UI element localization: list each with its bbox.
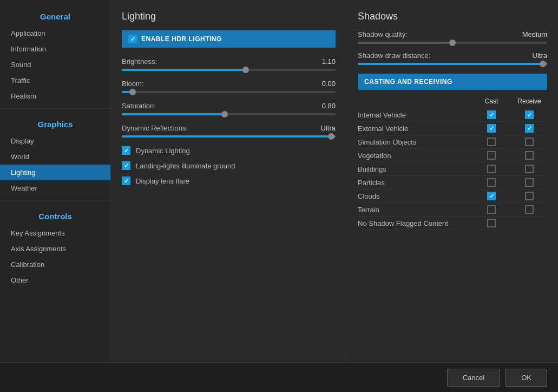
cast-checkbox-1[interactable]: ✓: [487, 124, 496, 133]
sidebar-item-weather[interactable]: Weather: [0, 180, 110, 196]
ok-button[interactable]: OK: [506, 369, 547, 387]
shadow-quality-slider[interactable]: [358, 42, 547, 44]
shadow-row-label-4: Buildings: [358, 165, 478, 173]
cast-checkbox-0[interactable]: ✓: [487, 110, 496, 119]
brightness-thumb[interactable]: [242, 67, 249, 73]
receive-header-label: Receive: [516, 97, 543, 105]
receive-cb-2[interactable]: [516, 138, 543, 146]
shadow-draw-slider[interactable]: [358, 63, 547, 65]
sidebar-item-display[interactable]: Display: [0, 133, 110, 149]
lighting-panel: Lighting ✓ ENABLE HDR LIGHTING Brightnes…: [111, 0, 347, 362]
sidebar-item-other[interactable]: Other: [0, 272, 110, 288]
cast-checkbox-6[interactable]: ✓: [487, 192, 496, 200]
sidebar-item-traffic[interactable]: Traffic: [0, 73, 110, 88]
dynamic-reflections-label: Dynamic Reflections:: [122, 124, 188, 132]
cast-checkbox-2[interactable]: [487, 138, 496, 146]
sidebar-item-calibration[interactable]: Calibration: [0, 257, 110, 272]
cast-cb-0[interactable]: ✓: [478, 110, 505, 119]
receive-cb-8[interactable]: [516, 219, 543, 227]
bloom-slider[interactable]: [122, 91, 336, 93]
sidebar-item-realism[interactable]: Realism: [0, 88, 110, 104]
sidebar: General Application Information Sound Tr…: [0, 0, 111, 362]
receive-cb-1[interactable]: ✓: [516, 124, 543, 133]
bloom-header: Bloom: 0.00: [122, 80, 336, 88]
receive-cb-7[interactable]: [516, 205, 543, 214]
shadow-row-clouds: Clouds ✓: [358, 190, 547, 203]
graphics-section-title: Graphics: [0, 113, 110, 133]
shadow-row-cbs-5: [478, 178, 547, 187]
sidebar-item-world[interactable]: World: [0, 149, 110, 165]
dynamic-lighting-checkmark: ✓: [124, 147, 129, 154]
receive-checkbox-3[interactable]: [525, 151, 534, 160]
footer: Cancel OK: [0, 362, 558, 392]
bloom-thumb[interactable]: [129, 89, 136, 95]
sidebar-item-information[interactable]: Information: [0, 41, 110, 57]
sidebar-item-application[interactable]: Application: [0, 25, 110, 41]
sidebar-item-axis-assignments[interactable]: Axis Assignments: [0, 241, 110, 257]
sidebar-item-sound[interactable]: Sound: [0, 57, 110, 73]
receive-cb-6[interactable]: [516, 192, 543, 200]
cast-header-label: Cast: [478, 97, 505, 105]
cast-checkbox-4[interactable]: [487, 165, 496, 173]
shadows-panel: Shadows Shadow quality: Medium Shadow dr…: [347, 0, 558, 362]
cast-cb-3[interactable]: [478, 151, 505, 160]
shadow-row-label-3: Vegetation: [358, 152, 478, 160]
receive-cb-4[interactable]: [516, 165, 543, 173]
shadow-quality-fill: [358, 42, 452, 44]
shadow-row-cbs-8: [478, 219, 547, 227]
receive-checkbox-1[interactable]: ✓: [525, 124, 534, 133]
receive-cb-3[interactable]: [516, 151, 543, 160]
cancel-button[interactable]: Cancel: [447, 369, 500, 387]
main-content: General Application Information Sound Tr…: [0, 0, 558, 362]
receive-checkbox-4[interactable]: [525, 165, 534, 173]
cast-checkbox-3[interactable]: [487, 151, 496, 160]
casting-bar: CASTING AND RECEIVING: [358, 74, 547, 90]
shadow-row-no-shadow-flagged: No Shadow Flagged Content: [358, 217, 547, 230]
dynamic-reflections-slider[interactable]: [122, 135, 336, 138]
receive-checkbox-6[interactable]: [525, 192, 534, 200]
saturation-slider[interactable]: [122, 113, 336, 115]
shadow-row-label-6: Clouds: [358, 192, 478, 200]
dynamic-reflections-thumb[interactable]: [328, 133, 334, 140]
shadow-quality-value: Medium: [522, 30, 547, 38]
receive-checkbox-0[interactable]: ✓: [525, 110, 534, 119]
shadow-row-label-1: External Vehicle: [358, 125, 478, 133]
cast-cb-1[interactable]: ✓: [478, 124, 505, 133]
hdr-checkbox[interactable]: ✓: [128, 35, 137, 43]
receive-cb-0[interactable]: ✓: [516, 110, 543, 119]
cast-cb-5[interactable]: [478, 178, 505, 187]
hdr-bar[interactable]: ✓ ENABLE HDR LIGHTING: [122, 30, 336, 48]
shadow-draw-header: Shadow draw distance: Ultra: [358, 51, 547, 60]
brightness-fill: [122, 69, 246, 71]
receive-checkbox-2[interactable]: [525, 138, 534, 146]
cast-cb-8[interactable]: [478, 219, 505, 227]
saturation-thumb[interactable]: [221, 111, 228, 117]
landing-lights-checkbox[interactable]: ✓: [122, 161, 130, 170]
shadow-row-label-5: Particles: [358, 179, 478, 187]
display-lens-checkbox[interactable]: ✓: [122, 177, 130, 185]
dynamic-reflections-value: Ultra: [321, 124, 336, 132]
brightness-header: Brightness: 1.10: [122, 57, 336, 66]
brightness-value: 1.10: [322, 57, 336, 66]
shadow-row-particles: Particles: [358, 176, 547, 190]
shadow-row-cbs-1: ✓ ✓: [478, 124, 547, 133]
receive-cb-5[interactable]: [516, 178, 543, 187]
cast-cb-7[interactable]: [478, 205, 505, 214]
saturation-fill: [122, 113, 225, 115]
receive-checkbox-7[interactable]: [525, 205, 534, 214]
cast-checkbox-5[interactable]: [487, 178, 496, 187]
shadow-quality-thumb[interactable]: [449, 40, 456, 46]
cast-cb-4[interactable]: [478, 165, 505, 173]
cast-cb-6[interactable]: ✓: [478, 192, 505, 200]
cast-checkbox-7[interactable]: [487, 205, 496, 214]
shadow-row-cbs-6: ✓: [478, 192, 547, 200]
receive-checkbox-5[interactable]: [525, 178, 534, 187]
sidebar-item-lighting[interactable]: Lighting: [0, 165, 110, 180]
cast-cb-2[interactable]: [478, 138, 505, 146]
sidebar-item-key-assignments[interactable]: Key Assignments: [0, 225, 110, 241]
dynamic-lighting-checkbox[interactable]: ✓: [122, 146, 130, 155]
shadow-row-terrain: Terrain: [358, 203, 547, 217]
brightness-slider[interactable]: [122, 69, 336, 71]
cast-checkbox-8[interactable]: [487, 219, 496, 227]
shadow-draw-thumb[interactable]: [540, 61, 546, 67]
